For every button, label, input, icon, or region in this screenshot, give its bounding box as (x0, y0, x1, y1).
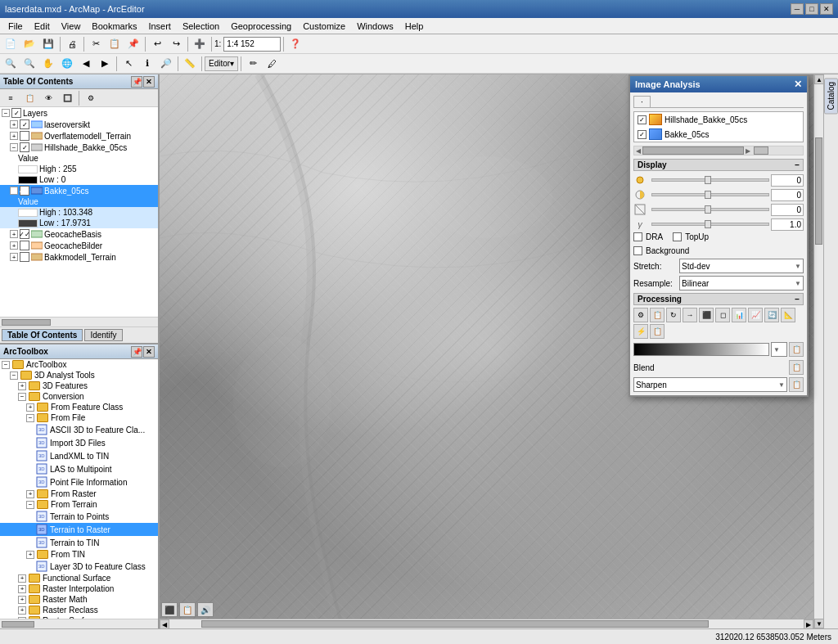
ia-scroll[interactable]: ◀ ▶ (633, 146, 804, 155)
paste-button[interactable]: 📌 (124, 36, 142, 52)
ia-bakke-checkbox[interactable] (638, 130, 647, 139)
menu-insert[interactable]: Insert (143, 20, 176, 33)
menu-geoprocessing[interactable]: Geoprocessing (226, 20, 296, 33)
minimize-button[interactable]: ─ (791, 3, 804, 15)
from-raster-expand[interactable]: + (26, 490, 34, 498)
save-button[interactable]: 💾 (39, 36, 57, 52)
ia-sharpen-icon[interactable]: 📋 (789, 377, 804, 392)
menu-file[interactable]: File (3, 20, 28, 33)
ia-ramp-extra-btn[interactable]: 📋 (789, 342, 804, 357)
ia-layer-hillshade[interactable]: Hillshade_Bakke_05cs (634, 112, 803, 127)
nav-btn-2[interactable]: 📋 (179, 602, 196, 617)
contrast-thumb[interactable] (705, 191, 711, 199)
measure-button[interactable]: 📏 (181, 56, 199, 72)
menu-help[interactable]: Help (400, 20, 429, 33)
proc-btn-1[interactable]: ⚙ (633, 308, 648, 322)
ia-layer-bakke[interactable]: Bakke_05cs (634, 127, 803, 142)
contrast-value[interactable]: 0 (771, 189, 804, 201)
ia-stretch-dropdown[interactable]: Std-dev ▼ (679, 259, 804, 273)
toc-by-source-button[interactable]: 📋 (20, 90, 38, 106)
identify-button[interactable]: ℹ (138, 56, 156, 72)
ia-processing-collapse[interactable]: − (795, 295, 800, 304)
toc-hscroll[interactable] (0, 317, 158, 327)
copy-button[interactable]: 📋 (106, 36, 124, 52)
toolbox-3d-features[interactable]: + 3D Features (0, 381, 158, 391)
menu-view[interactable]: View (56, 20, 86, 33)
toc-close-button[interactable]: ✕ (143, 76, 155, 88)
gamma-thumb[interactable] (705, 220, 711, 228)
map-vertical-scrollbar[interactable]: ▲ ▼ (813, 74, 823, 628)
scale-box[interactable]: 1:4 152 (223, 37, 281, 52)
ia-scroll-right[interactable]: ▶ (744, 147, 752, 155)
geocache-bilder-checkbox[interactable] (20, 241, 29, 250)
proc-btn-6[interactable]: ◻ (715, 308, 730, 322)
toolbox-from-feature-class[interactable]: + From Feature Class (0, 402, 158, 412)
toolbox-pointfile[interactable]: 3D Point File Information (0, 475, 158, 489)
toolbox-pin-button[interactable]: 📌 (131, 346, 142, 358)
ia-sharpen-dropdown[interactable]: Sharpen ▼ (633, 377, 787, 392)
dialog-title-bar[interactable]: Image Analysis ✕ (630, 76, 807, 92)
proc-btn-3[interactable]: ↻ (666, 308, 681, 322)
map-hscroll-right[interactable]: ▶ (804, 619, 813, 628)
toolbox-hscroll[interactable] (0, 619, 158, 628)
layers-checkbox[interactable] (11, 108, 21, 118)
3d-analyst-expand[interactable]: − (10, 372, 18, 380)
toolbox-root[interactable]: − ArcToolbox (0, 359, 158, 370)
3d-features-expand[interactable]: + (18, 382, 26, 390)
proc-btn-9[interactable]: 🔄 (764, 308, 779, 322)
raster-reclass-expand[interactable]: + (18, 606, 26, 615)
toolbox-conversion[interactable]: − Conversion (0, 391, 158, 402)
open-button[interactable]: 📂 (20, 36, 38, 52)
ia-topup-checkbox[interactable] (673, 232, 682, 241)
nav-btn-1[interactable]: ⬛ (161, 602, 178, 617)
toolbox-hscroll-thumb[interactable] (2, 621, 34, 628)
toolbox-from-tin[interactable]: + From TIN (0, 549, 158, 560)
bakke-expand[interactable]: − (10, 187, 18, 195)
toolbox-raster-math[interactable]: + Raster Math (0, 594, 158, 605)
map-vscroll-body[interactable] (814, 84, 823, 619)
transparency-thumb[interactable] (705, 205, 711, 214)
ia-dra-checkbox[interactable] (633, 232, 642, 241)
toolbox-landxml[interactable]: 3D LandXML to TIN (0, 449, 158, 462)
menu-bookmarks[interactable]: Bookmarks (87, 20, 142, 33)
toolbox-from-file[interactable]: − From File (0, 412, 158, 423)
cut-button[interactable]: ✂ (87, 36, 105, 52)
from-terrain-expand[interactable]: − (26, 501, 34, 509)
gamma-value[interactable]: 1.0 (771, 218, 804, 231)
map-scroll-up[interactable]: ▲ (814, 74, 823, 84)
geocache-basis-expand[interactable]: + (10, 230, 18, 238)
toolbox-terrain-points[interactable]: 3D Terrain to Points (0, 510, 158, 523)
toolbox-raster-reclass[interactable]: + Raster Reclass (0, 605, 158, 615)
geocache-bilder-expand[interactable]: + (10, 241, 18, 250)
from-tin-expand[interactable]: + (26, 551, 34, 559)
find-button[interactable]: 🔎 (157, 56, 175, 72)
sketch-button[interactable]: ✏ (244, 56, 262, 72)
toc-list-view-button[interactable]: ≡ (2, 90, 20, 106)
brightness-value[interactable]: 0 (771, 174, 804, 187)
transparency-value[interactable]: 0 (771, 204, 804, 216)
help-button[interactable]: ❓ (286, 36, 304, 52)
zoom-out-button[interactable]: 🔍 (20, 56, 38, 72)
proc-btn-10[interactable]: 📐 (781, 308, 795, 322)
toc-options-button[interactable]: ⚙ (82, 90, 100, 106)
bakkmodell-expand[interactable]: + (10, 253, 18, 261)
map-hscroll-left[interactable]: ◀ (160, 619, 169, 628)
toc-layer-geocache-basis[interactable]: + ✓ GeocacheBasis (0, 228, 158, 240)
ia-resample-dropdown[interactable]: Bilinear ▼ (679, 276, 804, 290)
toc-layer-bakkmodell[interactable]: + Bakkmodell_Terrain (0, 251, 158, 263)
proc-btn-7[interactable]: 📊 (732, 308, 746, 322)
bakkmodell-checkbox[interactable] (20, 252, 29, 262)
ia-background-checkbox[interactable] (633, 246, 642, 255)
nav-btn-3[interactable]: 🔊 (197, 602, 214, 617)
ia-ramp-dropdown[interactable]: ▼ (771, 342, 787, 357)
toc-tab-button[interactable]: Table Of Contents (2, 329, 83, 341)
ia-hillshade-checkbox[interactable] (638, 115, 647, 124)
bakke-checkbox[interactable]: ✓ (20, 186, 29, 196)
toc-by-selection-button[interactable]: 🔲 (58, 90, 76, 106)
full-extent-button[interactable]: 🌐 (58, 56, 76, 72)
map-area[interactable]: Image Analysis ✕ · Hillshade_Bakke_05cs (160, 74, 823, 628)
toolbox-root-expand[interactable]: − (2, 361, 10, 369)
toc-layer-laseroversikt[interactable]: + laseroversikt (0, 119, 158, 130)
edit-button[interactable]: 🖊 (263, 56, 281, 72)
editor-dropdown[interactable]: Editor▾ (205, 56, 238, 71)
